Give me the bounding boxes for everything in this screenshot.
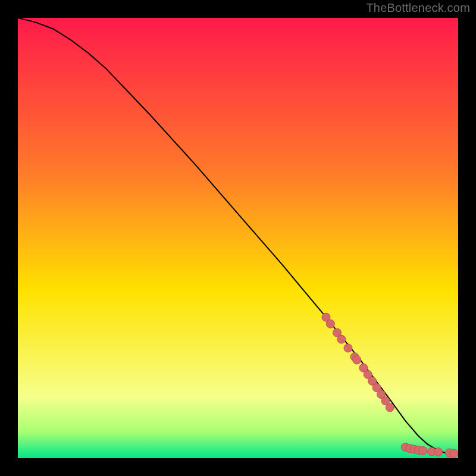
data-marker bbox=[353, 356, 361, 364]
attribution-text: TheBottleneck.com bbox=[366, 1, 470, 15]
data-marker bbox=[326, 320, 334, 328]
plot-svg bbox=[18, 18, 458, 458]
data-marker bbox=[450, 449, 458, 458]
data-marker bbox=[386, 403, 394, 412]
data-marker bbox=[419, 446, 427, 455]
gradient-background bbox=[18, 18, 458, 458]
data-marker bbox=[344, 344, 352, 352]
data-marker bbox=[337, 335, 346, 343]
chart-frame: TheBottleneck.com bbox=[0, 0, 476, 476]
plot-area bbox=[18, 18, 458, 458]
data-marker bbox=[434, 448, 443, 456]
